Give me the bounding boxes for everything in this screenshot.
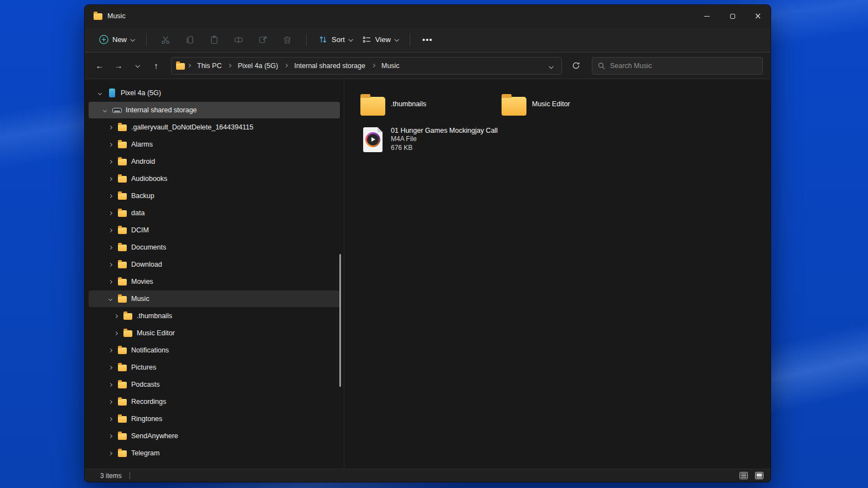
tree-item-android[interactable]: Android — [89, 153, 340, 170]
tree-chevron-icon[interactable] — [107, 229, 113, 232]
tree-item-pictures[interactable]: Pictures — [89, 359, 340, 376]
file-tile-01-hunger-games-mockingjay-call[interactable]: 01 Hunger Games Mockingjay Call M4A File… — [358, 122, 499, 157]
content-area: Pixel 4a (5G) Internal shared storage .g… — [85, 79, 771, 469]
tree-item-download[interactable]: Download — [89, 256, 340, 273]
window-controls: × — [694, 5, 771, 27]
large-thumbnails-view-button[interactable] — [753, 471, 765, 481]
tree-item-label: DCIM — [131, 226, 149, 234]
paste-button[interactable] — [202, 30, 226, 49]
folder-icon — [118, 382, 127, 388]
folder-icon — [118, 176, 127, 183]
recent-locations-button[interactable] — [129, 58, 146, 74]
tree-item-internal-shared-storage[interactable]: Internal shared storage — [89, 102, 340, 118]
tree-chevron-icon[interactable] — [107, 246, 113, 249]
delete-button[interactable] — [275, 30, 299, 49]
refresh-icon — [572, 61, 580, 70]
tree-item-movies[interactable]: Movies — [89, 273, 340, 290]
sidebar-scrollbar[interactable] — [339, 254, 341, 387]
tree-chevron-icon[interactable] — [107, 452, 113, 455]
tree-item-documents[interactable]: Documents — [89, 239, 340, 256]
tree-item-audiobooks[interactable]: Audiobooks — [89, 170, 340, 187]
share-button[interactable] — [251, 30, 275, 49]
search-box[interactable] — [592, 57, 763, 75]
copy-button[interactable] — [178, 30, 202, 49]
tree-chevron-icon[interactable] — [107, 281, 113, 283]
file-tile-music-editor[interactable]: Music Editor — [499, 87, 640, 121]
phone-icon — [109, 89, 115, 97]
refresh-button[interactable] — [567, 58, 584, 74]
tree-item-recordings[interactable]: Recordings — [89, 393, 340, 410]
folder-icon — [502, 97, 526, 116]
forward-button[interactable]: → — [110, 58, 127, 74]
close-button[interactable]: × — [745, 5, 771, 27]
tree-chevron-icon[interactable] — [112, 332, 119, 335]
tree-chevron-icon[interactable] — [107, 263, 113, 266]
tree-item-label: Documents — [131, 243, 166, 251]
tree-chevron-icon[interactable] — [107, 126, 113, 129]
new-button[interactable]: New — [94, 32, 140, 48]
tree-chevron-icon[interactable] — [107, 349, 113, 352]
breadcrumb-item-music[interactable]: Music — [378, 60, 404, 72]
breadcrumb-item-device[interactable]: Pixel 4a (5G) — [234, 60, 282, 72]
tree-item--thumbnails[interactable]: .thumbnails — [89, 308, 340, 324]
file-name: 01 Hunger Games Mockingjay Call — [391, 127, 497, 134]
tree-item-telegram[interactable]: Telegram — [89, 445, 340, 461]
tree-chevron-icon[interactable] — [107, 366, 113, 369]
file-list-pane[interactable]: .thumbnails Music Editor 01 — [344, 79, 771, 469]
tree-chevron-icon[interactable] — [96, 92, 103, 95]
rename-button[interactable] — [226, 30, 251, 49]
tree-item-pixel-4a-5g-[interactable]: Pixel 4a (5G) — [89, 85, 340, 101]
tree-item-label: Ringtones — [131, 415, 162, 423]
breadcrumb-item-this-pc[interactable]: This PC — [193, 60, 225, 72]
tree-item-label: Podcasts — [131, 381, 159, 388]
tree-chevron-icon[interactable] — [101, 109, 108, 112]
details-view-button[interactable] — [737, 471, 750, 481]
file-tile--thumbnails[interactable]: .thumbnails — [358, 87, 499, 121]
tree-item-ringtones[interactable]: Ringtones — [89, 411, 340, 427]
tree-chevron-icon[interactable] — [107, 435, 113, 438]
tree-item-data[interactable]: data — [89, 205, 340, 221]
sort-button[interactable]: Sort — [313, 32, 357, 48]
folder-icon — [360, 97, 385, 116]
back-button[interactable]: ← — [91, 58, 108, 74]
tree-item-podcasts[interactable]: Podcasts — [89, 376, 340, 393]
tree-item-sendanywhere[interactable]: SendAnywhere — [89, 428, 340, 444]
minimize-button[interactable] — [694, 5, 720, 27]
see-more-button[interactable]: ••• — [417, 33, 438, 46]
tree-chevron-icon[interactable] — [107, 298, 113, 300]
tree-chevron-icon[interactable] — [107, 160, 113, 163]
up-button[interactable]: ↑ — [148, 58, 164, 74]
tree-chevron-icon[interactable] — [107, 143, 113, 146]
tree-item-dcim[interactable]: DCIM — [89, 222, 340, 238]
tree-chevron-icon[interactable] — [107, 401, 113, 403]
tree-item-label: Music — [131, 295, 149, 303]
file-explorer-window: Music × New — [84, 4, 771, 482]
large-thumbnails-view-icon — [755, 472, 763, 479]
tree-item-label: Movies — [131, 278, 153, 285]
tree-item-music-editor[interactable]: Music Editor — [89, 325, 340, 341]
tree-chevron-icon[interactable] — [112, 315, 119, 318]
tree-item-music[interactable]: Music — [89, 290, 340, 307]
folder-icon — [118, 124, 127, 131]
tree-chevron-icon[interactable] — [107, 212, 113, 215]
tree-chevron-icon[interactable] — [107, 195, 113, 198]
tree-chevron-icon[interactable] — [107, 418, 113, 420]
titlebar[interactable]: Music × — [85, 5, 771, 27]
tree-item-alarms[interactable]: Alarms — [89, 136, 340, 153]
tree-item-backup[interactable]: Backup — [89, 188, 340, 204]
tree-item-notifications[interactable]: Notifications — [89, 342, 340, 359]
tree-item--galleryvault-donotdelete-1644394115[interactable]: .galleryvault_DoNotDelete_1644394115 — [89, 119, 340, 136]
folder-icon — [123, 313, 132, 320]
address-bar[interactable]: This PC Pixel 4a (5G) Internal shared st… — [171, 57, 562, 75]
folder-icon — [118, 450, 127, 457]
tree-chevron-icon[interactable] — [107, 383, 113, 386]
tree-chevron-icon[interactable] — [107, 178, 113, 180]
folder-icon — [118, 262, 127, 268]
address-dropdown-button[interactable] — [545, 61, 557, 71]
maximize-button[interactable] — [720, 5, 745, 27]
cut-button[interactable] — [153, 30, 178, 49]
details-view-icon — [740, 472, 748, 479]
breadcrumb-item-storage[interactable]: Internal shared storage — [290, 60, 369, 72]
search-input[interactable] — [610, 62, 757, 70]
view-button[interactable]: View — [357, 32, 403, 48]
